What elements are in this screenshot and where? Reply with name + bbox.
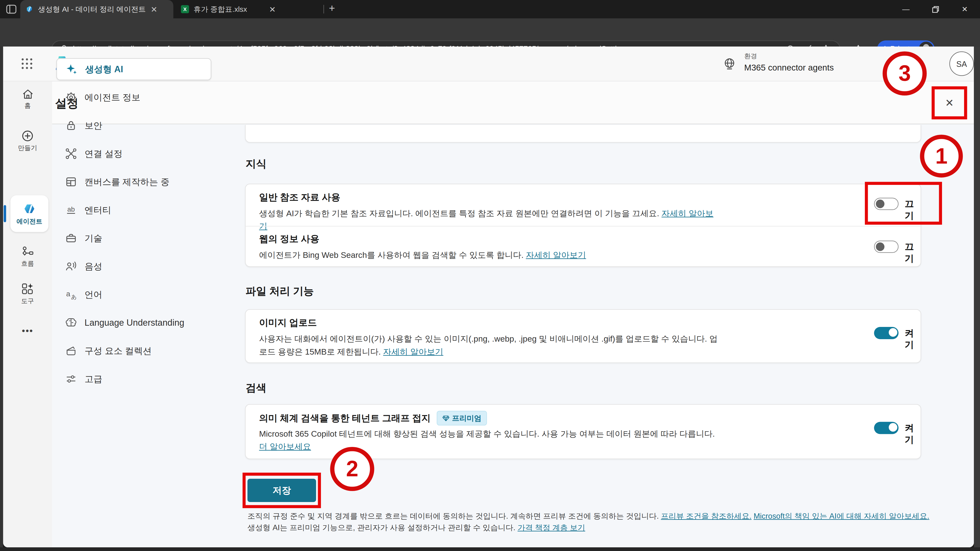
excel-favicon: X xyxy=(181,5,189,13)
sliders-icon xyxy=(65,373,77,385)
rail-item-flows[interactable]: 흐름 xyxy=(3,246,52,268)
new-tab-button[interactable]: + xyxy=(329,2,335,15)
rail-item-tools[interactable]: 도구 xyxy=(3,283,52,306)
copilot-studio-page: Copilot Studio 환경 M365 connector agents … xyxy=(3,46,974,547)
learn-more-link[interactable]: 더 알아보세요 xyxy=(259,442,311,451)
annotation-step-1: 1 xyxy=(920,135,963,178)
window-restore-button[interactable] xyxy=(926,0,945,18)
section-heading-search: 검색 xyxy=(246,381,267,395)
annotation-box-toggle xyxy=(865,182,942,225)
preview-terms-link[interactable]: 프리뷰 조건을 참조하세요. xyxy=(661,512,752,520)
annotation-box-close xyxy=(932,86,967,119)
browser-tab-excel[interactable]: X 휴가 종합표.xlsx ✕ xyxy=(176,0,320,18)
window-bottom-edge xyxy=(0,547,980,551)
toggle-state-label: 끄기 xyxy=(905,241,921,265)
annotation-step-3: 3 xyxy=(883,51,927,95)
flow-icon xyxy=(21,246,34,259)
scrolled-card-remnant xyxy=(245,125,921,143)
tab-title: 휴가 종합표.xlsx xyxy=(194,4,247,14)
tools-icon xyxy=(21,283,34,296)
general-knowledge-desc: 생성형 AI가 학습한 기본 참조 자료입니다. 에이전트를 특정 참조 자료 … xyxy=(259,208,719,233)
translate-icon: aあ xyxy=(65,289,77,301)
collection-box-icon xyxy=(65,345,77,357)
browser-tab-copilot-studio[interactable]: 생성형 AI - 데이터 정리 에이전트 ✕ xyxy=(20,0,173,18)
settings-nav-advanced[interactable]: 고급 xyxy=(56,368,212,390)
knowledge-card: 일반 참조 자료 사용 생성형 AI가 학습한 기본 참조 자료입니다. 에이전… xyxy=(245,184,921,267)
settings-nav-language-understanding[interactable]: Language Understanding xyxy=(56,312,212,334)
diamond-icon xyxy=(442,414,450,422)
toggle-state-label: 켜기 xyxy=(905,328,921,351)
image-upload-toggle[interactable] xyxy=(874,327,899,339)
environment-globe-icon xyxy=(723,57,736,70)
svg-text:ab: ab xyxy=(67,205,75,213)
settings-nav-language[interactable]: aあ 언어 xyxy=(56,284,212,306)
svg-text:あ: あ xyxy=(71,294,77,300)
window-right-edge xyxy=(974,46,980,551)
settings-nav-component-collections[interactable]: 구성 요소 컬렉션 xyxy=(56,340,212,362)
browser-tab-bar: 생성형 AI - 데이터 정리 에이전트 ✕ X 휴가 종합표.xlsx ✕ +… xyxy=(0,0,980,18)
tab-close-icon[interactable]: ✕ xyxy=(151,5,157,13)
tab-close-icon[interactable]: ✕ xyxy=(269,5,275,13)
window-close-button[interactable]: ✕ xyxy=(955,0,975,18)
section-heading-file-processing: 파일 처리 기능 xyxy=(246,284,314,298)
rail-item-home[interactable]: 홈 xyxy=(3,88,52,110)
canvas-grid-icon xyxy=(65,176,77,188)
lock-icon xyxy=(65,119,77,132)
learn-more-link[interactable]: 자세히 알아보기 xyxy=(383,347,444,356)
app-rail: 홈 만들기 에이전트 흐름 도구 ••• xyxy=(3,81,52,548)
rail-item-agents[interactable]: 에이전트 xyxy=(11,195,49,232)
tab-search-icon[interactable] xyxy=(6,5,17,14)
copilot-studio-favicon xyxy=(25,5,34,13)
semantic-search-toggle[interactable] xyxy=(874,422,899,434)
tab-divider xyxy=(323,5,324,13)
entity-ab-icon: ab xyxy=(65,204,77,216)
settings-nav-voice[interactable]: 음성 xyxy=(56,256,212,278)
pricing-tier-link[interactable]: 가격 책정 계층 보기 xyxy=(518,523,585,532)
browser-window: 생성형 AI - 데이터 정리 에이전트 ✕ X 휴가 종합표.xlsx ✕ +… xyxy=(0,0,980,551)
settings-nav-skills[interactable]: 기술 xyxy=(56,227,212,249)
file-processing-card: 이미지 업로드 사용자는 대화에서 에이전트이(가) 사용할 수 있는 이미지(… xyxy=(245,309,921,363)
row-title: 일반 참조 자료 사용 xyxy=(259,192,340,203)
home-icon xyxy=(21,88,34,100)
image-upload-title: 이미지 업로드 xyxy=(259,317,317,328)
rail-item-create[interactable]: 만들기 xyxy=(3,129,52,152)
annotation-step-2: 2 xyxy=(330,447,374,491)
section-heading-knowledge: 지식 xyxy=(246,157,267,171)
browser-toolbar: https://copilotstudio.microsoft.com/envi… xyxy=(0,18,980,46)
svg-text:a: a xyxy=(66,290,70,298)
web-info-toggle[interactable] xyxy=(874,241,899,253)
settings-nav-agent-info[interactable]: 에이전트 정보 xyxy=(56,86,212,108)
waffle-menu-icon[interactable] xyxy=(21,57,33,70)
sparkle-icon xyxy=(66,63,78,75)
environment-value[interactable]: M365 connector agents xyxy=(744,62,834,72)
semantic-search-desc: Microsoft 365 Copilot 테넌트에 대해 향상된 검색 성능을… xyxy=(259,428,719,454)
svg-text:X: X xyxy=(183,6,187,12)
user-avatar[interactable]: SA xyxy=(950,51,974,76)
settings-footer-disclaimer: 조직의 규정 준수 및 지역 경계를 밖으로 흐르는 데이터에 동의하는 것입니… xyxy=(247,511,931,534)
semantic-search-title: 의미 체계 검색을 통한 테넌트 그래프 접지 xyxy=(259,412,431,424)
briefcase-icon xyxy=(65,232,77,245)
active-rail-indicator xyxy=(4,205,6,222)
settings-nav-canvas[interactable]: 캔버스를 제작하는 중 xyxy=(56,171,212,193)
window-left-edge xyxy=(0,46,3,551)
web-info-title: 웹의 정보 사용 xyxy=(259,233,320,244)
settings-nav-connections[interactable]: 연결 설정 xyxy=(56,143,212,165)
settings-nav-gen-ai[interactable]: 생성형 AI xyxy=(56,58,212,80)
responsible-ai-link[interactable]: Microsoft의 책임 있는 AI에 대해 자세히 알아보세요. xyxy=(754,512,929,520)
tab-title: 생성형 AI - 데이터 정리 에이전트 xyxy=(38,4,146,14)
brain-icon xyxy=(65,317,77,329)
row-divider xyxy=(246,226,922,227)
web-info-desc: 에이전트가 Bing Web Search를 사용하여 웹을 검색할 수 있도록… xyxy=(259,249,586,262)
environment-label: 환경 xyxy=(744,52,757,61)
settings-nav-entities[interactable]: ab 엔터티 xyxy=(56,199,212,221)
learn-more-link[interactable]: 자세히 알아보기 xyxy=(526,251,586,260)
gear-icon xyxy=(65,91,77,103)
window-minimize-button[interactable]: — xyxy=(896,0,916,18)
premium-badge: 프리미엄 xyxy=(437,411,487,426)
connections-icon xyxy=(65,148,77,160)
settings-nav-security[interactable]: 보안 xyxy=(56,114,212,137)
voice-icon xyxy=(65,260,77,273)
image-upload-desc: 사용자는 대화에서 에이전트이(가) 사용할 수 있는 이미지(.png, .w… xyxy=(259,333,719,359)
rail-more-icon[interactable]: ••• xyxy=(3,325,52,336)
general-knowledge-title: 일반 참조 자료 사용 xyxy=(259,192,340,202)
